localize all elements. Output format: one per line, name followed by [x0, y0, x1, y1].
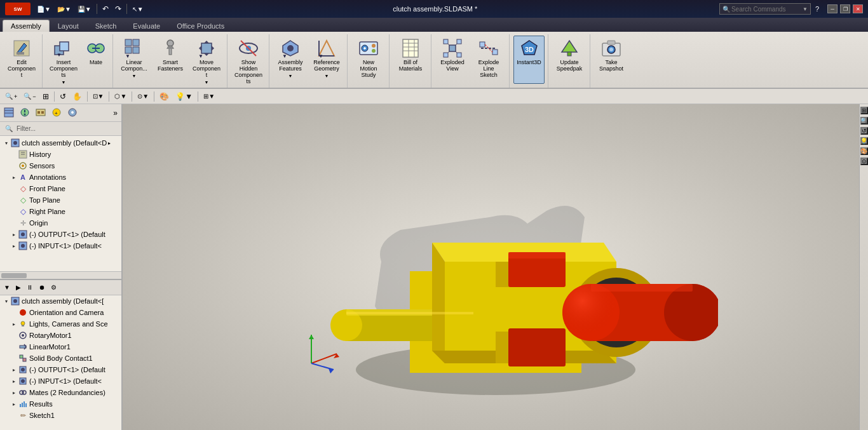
update-speedpak-btn[interactable]: Update Speedpak [552, 36, 587, 84]
minimize-btn[interactable]: ─ [827, 4, 837, 13]
ft-right-plane-item[interactable]: ◇ Right Plane [0, 206, 121, 217]
linear-component-btn[interactable]: ▼ Linear Compon... ▼ [116, 36, 152, 84]
ft-sensors-expand[interactable] [10, 162, 18, 170]
instant3d-btn[interactable]: 3D Instant3D [513, 36, 545, 84]
bill-of-materials-btn[interactable]: Bill of Materials [393, 36, 428, 84]
ft-mates-expand[interactable]: ▸ [10, 389, 18, 396]
ft-results-item[interactable]: ▸ Results [0, 398, 121, 410]
ft-history-expand[interactable] [10, 151, 18, 158]
viewport[interactable]: ⊞ 🔍 ↺ 💡 🎨 ⊙ [123, 104, 868, 430]
vp-expand-btn[interactable]: ⊞ [860, 107, 868, 114]
ft-root-expand[interactable]: ▾ [3, 139, 10, 147]
ft-filter2-btn[interactable]: ▼ [1, 281, 13, 295]
vp-color-btn[interactable]: 🎨 [860, 147, 868, 155]
ft-root-item[interactable]: ▾ clutch assembly (Default<D ▸ [0, 137, 121, 149]
ft-mates-item[interactable]: ▸ Mates (2 Redundancies) [0, 387, 121, 398]
ft-linearmotor-item[interactable]: LinearMotor1 [0, 341, 121, 353]
new-file-btn[interactable]: 📄▼ [34, 4, 53, 14]
ft-results-expand[interactable]: ▸ [10, 400, 18, 408]
ft-stop-btn[interactable]: ⏸ [24, 281, 36, 295]
tab-sketch[interactable]: Sketch [87, 20, 125, 32]
ft-annotations-expand[interactable]: ▸ [10, 173, 18, 181]
maximize-btn[interactable]: ✕ [853, 4, 863, 13]
ft-front-plane-item[interactable]: ◇ Front Plane [0, 183, 121, 194]
lights-btn[interactable]: 💡▼ [173, 90, 195, 103]
tab-assembly[interactable]: Assembly [3, 20, 50, 32]
ft-settings-btn[interactable]: ⚙ [48, 281, 59, 295]
new-motion-study-btn[interactable]: New Motion Study [351, 36, 386, 84]
ft-output2-item[interactable]: ▸ (-) OUTPUT<1> (Default [0, 364, 121, 375]
ft-solidbody-expand[interactable] [10, 354, 18, 362]
tab-evaluate[interactable]: Evaluate [125, 20, 168, 32]
insert-components-btn[interactable]: ▼ Insert Components ▼ [46, 36, 81, 84]
assembly-features-btn[interactable]: ▼ Assembly Features ▼ [273, 36, 308, 84]
reference-geometry-btn[interactable]: ▼ Reference Geometry ▼ [309, 36, 344, 84]
tab-office-products[interactable]: Office Products [168, 20, 233, 32]
exploded-view-btn[interactable]: Exploded View [435, 36, 470, 84]
ft-front-plane-expand[interactable] [10, 185, 18, 192]
vp-zoom-btn[interactable]: 🔍 [860, 117, 868, 124]
zoom-in-btn[interactable]: 🔍+ [3, 90, 20, 103]
ft-sketch1-expand[interactable] [10, 412, 18, 419]
ft-clutch-root-expand[interactable]: ▾ [3, 297, 10, 305]
ft-featuremanager-btn[interactable] [1, 106, 17, 120]
ft-output-item[interactable]: ▸ (-) OUTPUT<1> (Default [0, 229, 121, 240]
standard-views-btn[interactable]: ⊡▼ [90, 90, 107, 103]
ft-input2-expand[interactable]: ▸ [10, 377, 18, 385]
save-btn[interactable]: 💾▼ [75, 4, 94, 14]
ft-filter-btn[interactable]: 🔍 [3, 122, 15, 136]
ft-input-expand[interactable]: ▸ [10, 242, 18, 250]
ft-sensors-item[interactable]: Sensors [0, 160, 121, 171]
vp-light-btn[interactable]: 💡 [860, 137, 868, 145]
ft-play-btn[interactable]: ▶ [13, 281, 24, 295]
ft-displayman-btn[interactable] [65, 106, 80, 120]
display-style-btn[interactable]: ⬡▼ [112, 90, 129, 103]
ft-expand-btn[interactable]: » [111, 106, 120, 120]
search-commands-input[interactable] [731, 6, 801, 13]
restore-btn[interactable]: ❐ [840, 4, 850, 13]
ft-propertymanager-btn[interactable] [17, 106, 32, 120]
rotate-btn[interactable]: ↺ [57, 90, 69, 103]
scene-btn[interactable]: ⊞▼ [201, 90, 217, 103]
tab-layout[interactable]: Layout [50, 20, 87, 32]
ft-history-item[interactable]: History [0, 149, 121, 160]
mate-btn[interactable]: Mate [82, 36, 110, 84]
ft-hscroll[interactable] [0, 271, 121, 279]
zoom-fit-btn[interactable]: ⊞ [40, 90, 51, 103]
select-mode-btn[interactable]: ↖▼ [130, 4, 146, 14]
ft-linearmotor-expand[interactable] [10, 343, 18, 351]
zoom-out-btn[interactable]: 🔍− [21, 90, 38, 103]
smart-fasteners-btn[interactable]: Smart Fasteners [153, 36, 188, 84]
help-btn[interactable]: ? [812, 4, 822, 14]
undo-btn[interactable]: ↶ [100, 3, 111, 15]
take-snapshot-btn[interactable]: Take Snapshot [593, 36, 629, 84]
ft-lights-item[interactable]: ▸ Lights, Cameras and Sce [0, 318, 121, 330]
ft-clutch-root-item[interactable]: ▾ clutch assembly (Default<[ [0, 295, 121, 307]
vp-section-btn[interactable]: ⊙ [860, 158, 868, 165]
redo-btn[interactable]: ↷ [112, 3, 124, 15]
ft-dimman-btn[interactable]: + [49, 106, 64, 120]
edit-component-btn[interactable]: Edit Component [4, 36, 39, 84]
ft-hscroll-thumb[interactable] [1, 273, 27, 278]
ft-sketch1-item[interactable]: ✏ Sketch1 [0, 410, 121, 421]
ft-input2-item[interactable]: ▸ (-) INPUT<1> (Default< [0, 375, 121, 387]
ft-lights-expand[interactable]: ▸ [10, 320, 18, 328]
ft-orientation-expand[interactable] [10, 309, 18, 316]
section-view-btn[interactable]: ⊙▼ [135, 90, 151, 103]
explode-line-sketch-btn[interactable]: Explode Line Sketch [471, 36, 506, 84]
open-btn[interactable]: 📂▼ [55, 4, 74, 14]
ft-annotations-item[interactable]: ▸ A Annotations [0, 171, 121, 183]
ft-solidbody-item[interactable]: Solid Body Contact1 [0, 353, 121, 364]
ft-orientation-item[interactable]: Orientation and Camera [0, 307, 121, 318]
ft-top-plane-expand[interactable] [10, 196, 18, 204]
move-component-btn[interactable]: ▼ Move Component ▼ [189, 36, 224, 84]
ft-rotarymotor-item[interactable]: RotaryMotor1 [0, 330, 121, 341]
ft-origin-item[interactable]: ✛ Origin [0, 217, 121, 229]
pan-btn[interactable]: ✋ [70, 90, 85, 103]
ft-input-item[interactable]: ▸ (-) INPUT<1> (Default< [0, 240, 121, 252]
vp-rotate-btn[interactable]: ↺ [860, 127, 868, 135]
ft-rotarymotor-expand[interactable] [10, 332, 18, 339]
ft-record-btn[interactable]: ⏺ [36, 281, 48, 295]
appearance-btn[interactable]: 🎨 [157, 90, 172, 103]
show-hidden-btn[interactable]: Show Hidden Components [231, 36, 266, 84]
